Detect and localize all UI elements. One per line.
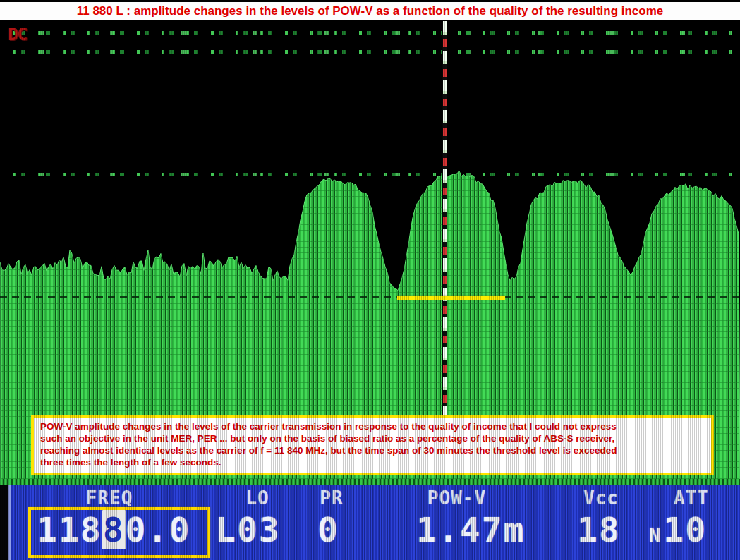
vcc-label: Vcc [573,487,629,509]
reference-dotted-row-2 [6,50,736,54]
pr-value: 0 [317,510,339,549]
att-value-number: 10 [663,510,707,549]
vcc-value: 18 [577,510,621,549]
annotation-box: POW-V amplitude changes in the levels of… [31,415,714,475]
lo-value: L03 [215,510,281,549]
trace-dotted-level-line [0,296,740,298]
pr-label: PR [307,487,356,509]
spectrum-baseline-strip [0,479,740,485]
page-title: 11 880 L : amplitude changes in the leve… [0,2,740,20]
annotation-line: POW-V amplitude changes in the levels of… [40,420,705,432]
att-label: ATT [663,487,720,509]
annotation-line: reaching almost identical levels as the … [40,444,705,456]
frequency-highlight-box [28,507,210,558]
status-bar-left-highlight [8,485,11,560]
analyzer-screen: 11 880 L : amplitude changes in the leve… [0,0,740,560]
annotation-line: three times the length of a few seconds. [40,456,705,468]
freq-label: FREQ [67,487,152,509]
att-mode-prefix: N [649,524,661,546]
powv-value: 1.47m [416,510,526,549]
annotation-line: such an objective in the unit MER, PER .… [40,432,705,444]
reference-dotted-row-3 [6,173,736,176]
status-bar: FREQ 11880.0 LO L03 PR 0 POW-V 1.47m Vcc… [0,485,740,560]
spectrum-canvas [0,0,740,560]
threshold-marker-line [397,296,505,300]
att-value: N10 [649,510,707,549]
powv-label: POW-V [413,487,501,509]
lo-label: LO [229,487,286,509]
dc-indicator: DC [8,24,26,44]
center-frequency-marker-line [442,21,447,415]
status-bar-left-edge [0,485,8,560]
reference-dotted-row-1 [6,31,736,35]
